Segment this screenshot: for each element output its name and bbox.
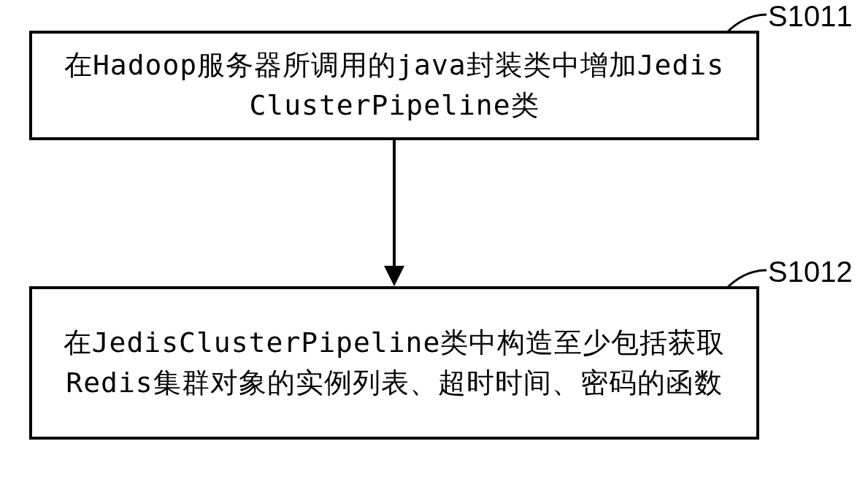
- svg-marker-1: [384, 266, 404, 286]
- flowchart-diagram: S1011 在Hadoop服务器所调用的java封装类中增加Jedis Clus…: [0, 0, 868, 498]
- flow-step-s1012: 在JedisClusterPipeline类中构造至少包括获取Redis集群对象…: [29, 286, 759, 440]
- step-label-text: S1011: [768, 0, 853, 32]
- flow-arrow-1-to-2: [380, 140, 409, 288]
- flow-step-text: 在Hadoop服务器所调用的java封装类中增加Jedis ClusterPip…: [47, 45, 742, 126]
- step-label-s1011: S1011: [768, 0, 853, 33]
- step-label-s1012: S1012: [768, 256, 853, 288]
- flow-step-text: 在JedisClusterPipeline类中构造至少包括获取Redis集群对象…: [47, 323, 742, 403]
- step-label-text: S1012: [768, 256, 853, 288]
- flow-step-s1011: 在Hadoop服务器所调用的java封装类中增加Jedis ClusterPip…: [29, 31, 759, 140]
